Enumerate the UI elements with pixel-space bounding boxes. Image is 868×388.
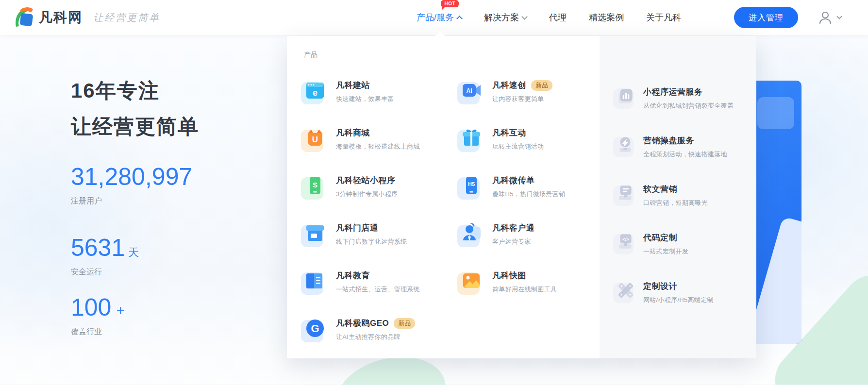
chevron-up-icon (456, 16, 463, 22)
item-desc: 客户运营专家 (492, 237, 535, 246)
product-item[interactable]: AI凡科速创新品让内容获客更简单 (460, 79, 606, 103)
svg-text:G: G (311, 322, 319, 335)
stat-unit: 天 (128, 246, 139, 258)
item-desc: 趣味H5，热门微场景营销 (492, 190, 565, 199)
education-icon (304, 270, 326, 292)
product-item[interactable]: 凡科教育一站式招生、运营、管理系统 (304, 270, 450, 294)
hero-title: 16年专注 让经营更简单 (71, 73, 199, 145)
quick-image-icon (460, 270, 483, 292)
marketing-ops-icon (616, 135, 636, 155)
item-title: 代码定制 (643, 232, 677, 243)
hot-badge: HOT (441, 0, 459, 7)
nav-item-products-services[interactable]: HOT 产品/服务 (417, 12, 462, 23)
service-item[interactable]: 小程序运营服务从优化到私域到营销裂变全覆盖 (616, 86, 752, 110)
article-marketing-icon (616, 183, 636, 203)
product-item[interactable]: 凡科客户通客户运营专家 (460, 222, 606, 246)
item-title: 凡科建站 (336, 80, 370, 91)
product-item[interactable]: 凡科快图简单好用在线制图工具 (460, 270, 606, 294)
product-item[interactable]: H5凡科微传单趣味H5，热门微场景营销 (460, 174, 606, 199)
code-custom-icon: </> (616, 232, 636, 252)
item-title: 凡科教育 (336, 270, 370, 281)
item-title: 小程序运营服务 (643, 86, 703, 98)
new-badge: 新品 (531, 80, 552, 91)
svg-text:U: U (312, 135, 318, 144)
section-divider (0, 385, 868, 388)
nav-label: 代理 (549, 12, 567, 23)
website-builder-icon: e (304, 79, 326, 101)
stat-value: 100 (71, 294, 111, 321)
svg-text:S: S (313, 181, 317, 189)
item-desc: 让内容获客更简单 (492, 95, 552, 103)
hero-title-line1: 16年专注 (71, 73, 199, 109)
product-item[interactable]: S凡科轻站小程序3分钟制作专属小程序 (304, 174, 450, 199)
item-desc: 一站式定制开发 (643, 247, 688, 256)
item-title: 凡科互动 (492, 127, 526, 138)
user-account-menu[interactable] (818, 10, 841, 25)
products-services-dropdown: 产品 服务 e凡科建站快速建站，效果丰富U凡科商城海量模板，轻松搭建线上商城S凡… (287, 36, 756, 358)
item-desc: 网站/小程序/H5高端定制 (643, 296, 714, 304)
item-desc: 快速建站，效果丰富 (336, 95, 394, 103)
stat-value: 5631 (71, 234, 125, 261)
mall-icon: U (304, 127, 326, 149)
new-badge: 新品 (394, 318, 415, 329)
stat-label: 注册用户 (71, 196, 192, 206)
svg-text:e: e (313, 88, 317, 98)
svg-text:</>: </> (622, 236, 629, 242)
item-title: 凡科轻站小程序 (336, 175, 396, 186)
item-desc: 口碑营销，短期高曝光 (643, 199, 708, 207)
product-item[interactable]: G凡科极鸥GEO新品让AI主动推荐你的品牌 (304, 317, 450, 341)
fanke-logo-icon (13, 6, 35, 29)
page: 16年专注 让经营更简单 31,280,997 注册用户 5631天 安全运行 … (0, 0, 868, 388)
nav-label: 产品/服务 (417, 12, 454, 23)
customer-icon (460, 222, 483, 244)
nav-label: 关于凡科 (646, 12, 681, 23)
logo[interactable]: 凡科网 让经营更简单 (13, 6, 160, 29)
item-desc: 全程策划活动，快速搭建落地 (643, 150, 727, 159)
ai-create-icon: AI (460, 79, 483, 101)
product-item[interactable]: e凡科建站快速建站，效果丰富 (304, 79, 450, 103)
chevron-down-icon (836, 14, 842, 19)
products-section-label: 产品 (304, 51, 317, 59)
nav-item-featured-cases[interactable]: 精选案例 (589, 12, 624, 23)
user-icon (818, 10, 833, 25)
products-column-2: AI凡科速创新品让内容获客更简单凡科互动玩转主流营销活动H5凡科微传单趣味H5，… (460, 79, 606, 317)
product-item[interactable]: 凡科互动玩转主流营销活动 (460, 127, 606, 151)
nav-item-about[interactable]: 关于凡科 (646, 12, 681, 23)
stat-unit: + (116, 303, 125, 319)
h5-flyer-icon: H5 (460, 174, 483, 197)
service-item[interactable]: 软文营销口碑营销，短期高曝光 (616, 183, 752, 207)
miniapp-operation-icon (616, 86, 636, 106)
item-title: 凡科商城 (336, 127, 370, 138)
nav-label: 精选案例 (589, 12, 624, 23)
chevron-down-icon (521, 14, 528, 20)
item-desc: 一站式招生、运营、管理系统 (336, 285, 420, 294)
product-item[interactable]: U凡科商城海量模板，轻松搭建线上商城 (304, 127, 450, 151)
hero-title-line2: 让经营更简单 (71, 109, 199, 145)
stat-industries-covered: 100+ 覆盖行业 (71, 293, 125, 337)
stat-registered-users: 31,280,997 注册用户 (71, 163, 192, 206)
item-title: 营销操盘服务 (643, 135, 694, 146)
stat-label: 覆盖行业 (71, 327, 125, 337)
custom-design-icon (616, 280, 636, 301)
mini-program-icon: S (304, 174, 326, 197)
item-title: 凡科速创 (492, 80, 526, 91)
item-desc: 从优化到私域到营销裂变全覆盖 (643, 101, 734, 110)
service-item[interactable]: 营销操盘服务全程策划活动，快速搭建落地 (616, 135, 752, 159)
svg-text:AI: AI (467, 87, 472, 94)
nav-item-agency[interactable]: 代理 (549, 12, 567, 23)
item-title: 凡科门店通 (336, 222, 379, 234)
nav-item-solutions[interactable]: 解决方案 (484, 12, 527, 23)
item-title: 凡科快图 (492, 270, 526, 281)
products-column-1: e凡科建站快速建站，效果丰富U凡科商城海量模板，轻松搭建线上商城S凡科轻站小程序… (304, 79, 450, 365)
item-desc: 海量模板，轻松搭建线上商城 (336, 142, 420, 151)
item-desc: 玩转主流营销活动 (492, 142, 544, 151)
nav-label: 解决方案 (484, 12, 519, 23)
enter-admin-button[interactable]: 进入管理 (734, 7, 798, 28)
service-item[interactable]: 定制设计网站/小程序/H5高端定制 (616, 280, 752, 304)
geo-icon: G (304, 317, 326, 339)
services-list: 小程序运营服务从优化到私域到营销裂变全覆盖营销操盘服务全程策划活动，快速搭建落地… (616, 86, 752, 329)
stat-value: 31,280,997 (71, 163, 192, 190)
product-item[interactable]: 凡科门店通线下门店数字化运营系统 (304, 222, 450, 246)
item-title: 软文营销 (643, 184, 677, 195)
service-item[interactable]: </>代码定制一站式定制开发 (616, 232, 752, 256)
